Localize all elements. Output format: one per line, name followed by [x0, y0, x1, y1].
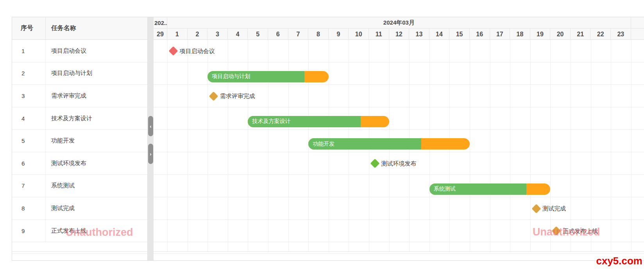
task-bar[interactable]: 项目启动与计划 — [208, 71, 329, 82]
table-row[interactable]: 2项目启动与计划 — [12, 62, 147, 85]
milestone-label: 测试完成 — [542, 197, 566, 220]
day-cell: 1 — [167, 29, 188, 40]
task-table-footer — [12, 253, 147, 260]
day-cell: 17 — [490, 29, 510, 40]
row-task-name-cell: 正式发布上线 — [46, 220, 147, 242]
gantt-chart-footer — [154, 253, 644, 260]
row-index-cell: 2 — [12, 62, 46, 85]
month-cell-feb: 202... — [154, 17, 167, 28]
day-cell: 2 — [188, 29, 208, 40]
day-cell: 23 — [611, 29, 631, 40]
task-bar-remaining — [304, 71, 329, 82]
row-index-cell: 5 — [12, 130, 46, 152]
day-cell: 5 — [248, 29, 268, 40]
day-cell: 16 — [470, 29, 490, 40]
task-table-header: 序号 任务名称 — [12, 17, 147, 40]
task-table-panel: 序号 任务名称 1项目启动会议2项目启动与计划3需求评审完成4技术及方案设计5功… — [12, 17, 147, 260]
collapse-left-handle[interactable]: ‹ — [148, 116, 153, 136]
day-cell: 10 — [349, 29, 369, 40]
task-bar-remaining — [421, 138, 470, 150]
task-bar-progress: 技术及方案设计 — [248, 116, 361, 127]
chart-row — [154, 242, 644, 252]
chevron-right-icon: › — [150, 151, 151, 157]
task-bar-progress: 项目启动与计划 — [208, 71, 304, 82]
day-cell: 9 — [329, 29, 349, 40]
task-bar-label: 项目启动与计划 — [208, 73, 250, 80]
task-table-body: 1项目启动会议2项目启动与计划3需求评审完成4技术及方案设计5功能开发6测试环境… — [12, 40, 147, 252]
row-index-cell: 3 — [12, 85, 46, 107]
day-cell: 6 — [268, 29, 288, 40]
day-cell: 15 — [449, 29, 470, 40]
table-row[interactable]: 9正式发布上线 — [12, 220, 147, 242]
watermark-site: cxy5.com — [596, 255, 642, 267]
task-bar-label: 系统测试 — [429, 185, 456, 192]
row-index-cell: 9 — [12, 220, 46, 242]
day-cell: 29 — [154, 29, 167, 40]
milestone-label: 测试环境发布 — [381, 152, 416, 175]
chevron-left-icon: ‹ — [150, 123, 151, 129]
table-row[interactable]: 1项目启动会议 — [12, 40, 147, 62]
expand-right-handle[interactable]: › — [148, 144, 153, 164]
day-cell: 22 — [590, 29, 611, 40]
table-row[interactable]: 7系统测试 — [12, 175, 147, 198]
month-cell-march: 2024年03月 — [167, 17, 631, 28]
row-task-name-cell: 需求评审完成 — [46, 85, 147, 107]
task-bar[interactable]: 技术及方案设计 — [248, 116, 389, 127]
task-bar-progress: 系统测试 — [429, 183, 526, 195]
day-cell: 3 — [208, 29, 228, 40]
chart-row — [154, 175, 644, 198]
column-header-index: 序号 — [12, 17, 46, 39]
task-bar-progress: 功能开发 — [308, 138, 421, 150]
month-row: 202...2024年03月 — [154, 17, 644, 29]
day-cell: 19 — [530, 29, 551, 40]
milestone-label: 正式发布上线 — [563, 220, 598, 242]
row-task-name-cell: 测试环境发布 — [46, 152, 147, 175]
day-cell: 13 — [409, 29, 429, 40]
day-cell: 20 — [550, 29, 571, 40]
row-index-cell: 7 — [12, 175, 46, 197]
gantt-chart-panel: 202...2024年03月 2912345678910111213141516… — [154, 17, 644, 260]
row-index-cell: 6 — [12, 152, 46, 175]
month-cell-next-partial — [631, 17, 644, 28]
gantt-page: 序号 任务名称 1项目启动会议2项目启动与计划3需求评审完成4技术及方案设计5功… — [0, 0, 644, 269]
table-row[interactable]: 3需求评审完成 — [12, 85, 147, 107]
table-row[interactable]: 6测试环境发布 — [12, 152, 147, 175]
task-bar-label: 功能开发 — [308, 141, 335, 148]
timeline-header: 202...2024年03月 2912345678910111213141516… — [154, 17, 644, 40]
chart-row — [154, 107, 644, 130]
table-row[interactable]: 8测试完成 — [12, 197, 147, 220]
row-index-cell: 1 — [12, 40, 46, 62]
task-bar[interactable]: 系统测试 — [429, 183, 551, 195]
chart-row — [154, 40, 644, 62]
row-task-name-cell: 功能开发 — [46, 130, 147, 152]
day-cell: 4 — [228, 29, 248, 40]
row-index-cell: 8 — [12, 197, 46, 219]
milestone-label: 需求评审完成 — [220, 85, 255, 107]
day-cell: 21 — [571, 29, 591, 40]
row-task-name-cell: 测试完成 — [46, 197, 147, 219]
table-row[interactable]: 5功能开发 — [12, 130, 147, 152]
gantt-chart-body: 项目启动会议项目启动与计划需求评审完成技术及方案设计功能开发测试环境发布系统测试… — [154, 40, 644, 252]
table-row[interactable]: 4技术及方案设计 — [12, 107, 147, 130]
row-index-cell: 4 — [12, 107, 46, 130]
row-task-name-cell: 技术及方案设计 — [46, 107, 147, 130]
chart-row — [154, 197, 644, 220]
task-bar-remaining — [526, 183, 551, 195]
day-cell-partial — [631, 29, 644, 40]
gantt-widget: 序号 任务名称 1项目启动会议2项目启动与计划3需求评审完成4技术及方案设计5功… — [12, 17, 644, 261]
column-header-task-name: 任务名称 — [46, 17, 147, 39]
row-task-name-cell: 系统测试 — [46, 175, 147, 197]
row-task-name-cell: 项目启动会议 — [46, 40, 147, 62]
day-cell: 8 — [308, 29, 329, 40]
day-row: 291234567891011121314151617181920212223 — [154, 29, 644, 40]
task-bar-label: 技术及方案设计 — [248, 118, 290, 125]
day-cell: 7 — [288, 29, 309, 40]
day-cell: 11 — [369, 29, 389, 40]
panel-splitter[interactable]: ‹ › — [147, 17, 154, 260]
task-bar[interactable]: 功能开发 — [308, 138, 470, 150]
day-cell: 14 — [429, 29, 450, 40]
table-row-partial — [12, 242, 147, 252]
row-task-name-cell: 项目启动与计划 — [46, 62, 147, 85]
milestone-label: 项目启动会议 — [179, 40, 215, 62]
day-cell: 18 — [510, 29, 530, 40]
